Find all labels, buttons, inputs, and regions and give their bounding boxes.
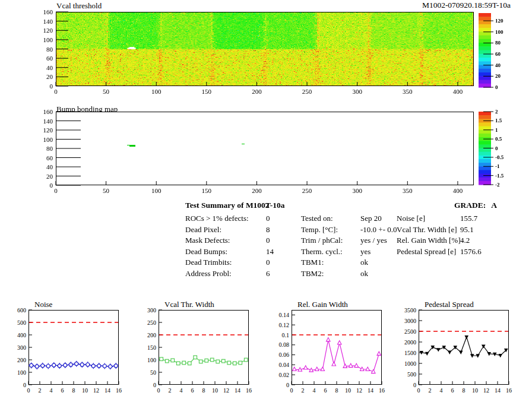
svg-text:120: 120 (495, 18, 504, 24)
svg-text:4: 4 (50, 387, 53, 394)
svg-text:200: 200 (252, 88, 262, 95)
svg-text:200: 200 (147, 332, 156, 338)
svg-text:50: 50 (103, 88, 110, 95)
svg-text:100: 100 (495, 29, 504, 35)
svg-text:0: 0 (413, 382, 416, 388)
svg-text:20: 20 (46, 73, 53, 80)
svg-text:0.5: 0.5 (495, 136, 502, 142)
svg-text:4: 4 (440, 387, 443, 394)
svg-text:140: 140 (43, 18, 53, 25)
svg-text:2500: 2500 (404, 328, 416, 335)
svg-text:100: 100 (147, 357, 156, 363)
svg-text:14: 14 (495, 387, 501, 394)
svg-text:0.02: 0.02 (279, 372, 290, 378)
test-summary: Test Summary of M1002 T-10a GRADE:A ROCs… (0, 199, 532, 285)
svg-text:4: 4 (313, 387, 316, 394)
summary-row-value: yes / yes (360, 236, 387, 245)
svg-text:20: 20 (495, 73, 501, 79)
svg-text:6: 6 (61, 387, 64, 394)
svg-text:2: 2 (169, 387, 172, 394)
svg-text:0.04: 0.04 (279, 362, 290, 368)
svg-text:0.14: 0.14 (279, 312, 290, 318)
svg-text:1500: 1500 (404, 350, 416, 356)
svg-text:14: 14 (104, 387, 110, 394)
svg-text:Pedestal Spread: Pedestal Spread (425, 300, 474, 309)
summary-row: TBM2:ok (301, 268, 397, 280)
summary-row-value: 8 (266, 225, 270, 234)
summary-row-value: 1576.6 (460, 247, 482, 256)
svg-text:120: 120 (43, 126, 53, 134)
svg-text:12: 12 (223, 387, 229, 394)
summary-results-column: Noise [e]155.7Vcal Thr. Width [e]95.1Rel… (397, 213, 482, 257)
pedestal-spread-chart: Pedestal Spread0500100015002000250030003… (390, 300, 515, 396)
rel-gain-width-plot: Rel. Gain Width00.020.040.060.080.10.120… (263, 300, 388, 396)
svg-text:40: 40 (46, 64, 53, 71)
summary-row-value: ok (360, 269, 368, 278)
svg-text:0: 0 (50, 83, 53, 90)
svg-text:150: 150 (147, 344, 156, 351)
bump-bonding-axes: 0204060801001201401600501001502002503003… (0, 104, 532, 202)
svg-text:300: 300 (17, 344, 26, 351)
svg-text:80: 80 (46, 145, 53, 152)
summary-row: Trim / phCal:yes / yes (301, 235, 397, 246)
svg-text:0: 0 (286, 382, 289, 388)
svg-text:50: 50 (150, 369, 156, 376)
svg-text:160: 160 (43, 108, 53, 115)
summary-conditions-column: Tested on:Sep 20Temp. [°C]:-10.0 +- 0.0T… (301, 213, 397, 280)
svg-text:400: 400 (453, 187, 463, 194)
svg-text:60: 60 (46, 154, 53, 162)
svg-text:160: 160 (43, 8, 53, 15)
summary-row: Temp. [°C]:-10.0 +- 0.0 (301, 224, 397, 236)
svg-text:2: 2 (495, 109, 498, 115)
summary-row-label: ROCs > 1% defects: (185, 213, 266, 224)
svg-text:100: 100 (17, 369, 26, 376)
svg-text:0: 0 (50, 182, 53, 189)
svg-text:0.06: 0.06 (279, 352, 290, 358)
svg-text:14: 14 (368, 387, 373, 394)
summary-row-value: 0 (266, 258, 270, 267)
svg-text:0: 0 (417, 387, 420, 394)
summary-title: Test Summary of M1002 T-10a (185, 201, 375, 210)
svg-text:500: 500 (17, 319, 26, 326)
svg-text:16: 16 (506, 387, 512, 394)
summary-row-label: Address Probl: (185, 268, 266, 280)
svg-text:6: 6 (451, 387, 454, 394)
svg-text:0: 0 (495, 84, 498, 90)
svg-text:100: 100 (43, 136, 53, 143)
svg-text:3000: 3000 (404, 318, 416, 324)
svg-text:10: 10 (345, 387, 351, 394)
svg-text:Rel. Gain Width: Rel. Gain Width (297, 300, 348, 309)
svg-text:2: 2 (302, 387, 305, 394)
pedestal-spread-plot: Pedestal Spread0500100015002000250030003… (390, 300, 515, 396)
bump-bonding-panel: Bump bonding map 02040608010012014016005… (0, 104, 532, 202)
svg-text:40: 40 (46, 163, 53, 170)
summary-row-label: TBM2: (301, 268, 360, 280)
rel-gain-width-chart: Rel. Gain Width00.020.040.060.080.10.120… (263, 300, 388, 396)
summary-row-label: Dead Bumps: (185, 246, 266, 258)
summary-row-label: Mask Defects: (185, 235, 266, 246)
svg-text:16: 16 (116, 387, 122, 394)
summary-row-label: Therm. cycl.: (301, 246, 360, 258)
svg-text:250: 250 (147, 319, 156, 326)
svg-text:12: 12 (356, 387, 362, 394)
svg-text:200: 200 (17, 357, 26, 363)
summary-row: Dead Trimbits:0 (185, 257, 274, 268)
noise-plot: Noise01002003004005006000246810121416 (0, 300, 125, 396)
summary-row: ROCs > 1% defects:0 (185, 213, 274, 224)
svg-text:500: 500 (407, 371, 416, 378)
summary-row: Vcal Thr. Width [e]95.1 (397, 224, 482, 236)
svg-text:10: 10 (82, 387, 88, 394)
summary-row: Mask Defects:0 (185, 235, 274, 246)
svg-text:6: 6 (191, 387, 194, 394)
summary-defects-column: ROCs > 1% defects:0Dead Pixel:8Mask Defe… (185, 213, 274, 280)
summary-row: Noise [e]155.7 (397, 213, 482, 224)
summary-row-value: 155.7 (460, 214, 477, 223)
svg-text:120: 120 (43, 27, 53, 34)
svg-text:250: 250 (302, 187, 312, 194)
svg-text:0: 0 (23, 382, 26, 388)
svg-text:8: 8 (335, 387, 338, 394)
svg-text:100: 100 (151, 187, 162, 194)
grade-value: A (491, 201, 497, 210)
summary-row-label: Pedestal Spread [e] (397, 246, 460, 258)
svg-text:14: 14 (235, 387, 240, 394)
